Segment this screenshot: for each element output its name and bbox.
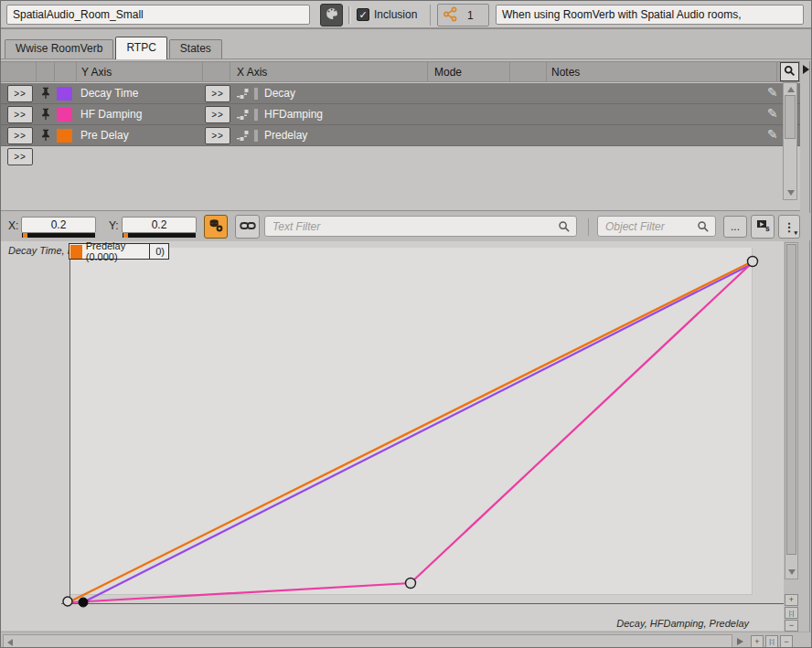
- drag-handle: [254, 88, 258, 100]
- expand-y-button[interactable]: >>: [7, 127, 33, 144]
- bottom-bar: + |:| −: [1, 632, 812, 648]
- y-coordinate-input[interactable]: [122, 217, 197, 233]
- edit-notes-icon[interactable]: ✎: [767, 127, 778, 142]
- add-rtpc-button[interactable]: >>: [7, 148, 33, 165]
- scroll-down-icon[interactable]: [788, 569, 796, 575]
- edit-notes-icon[interactable]: ✎: [767, 85, 778, 100]
- rtpc-editor-window: ✓ Inclusion 1 Wwise RoomVerb RTPC States: [0, 0, 812, 648]
- column-header-x-axis[interactable]: X Axis: [237, 66, 267, 79]
- rtpc-curves-canvas[interactable]: [1, 241, 784, 631]
- x-coordinate-label: X:: [8, 219, 18, 232]
- column-header-y-axis[interactable]: Y Axis: [81, 66, 112, 79]
- x-axis-param: Decay: [264, 87, 295, 100]
- window-edge-line: [809, 61, 810, 648]
- expand-x-button[interactable]: >>: [205, 106, 230, 123]
- drag-handle: [254, 130, 258, 142]
- graph-horizontal-scrollbar[interactable]: [3, 634, 732, 648]
- rtpc-curve-icon: [236, 130, 251, 145]
- inclusion-checkbox[interactable]: ✓: [357, 8, 369, 21]
- rtpc-curve-icon: [236, 88, 251, 103]
- pin-icon[interactable]: [39, 87, 52, 102]
- expand-x-button[interactable]: >>: [205, 127, 230, 144]
- table-row[interactable]: >> Decay Time >> Decay ✎: [1, 83, 800, 104]
- curve-point[interactable]: [79, 598, 88, 607]
- scroll-right-icon[interactable]: [737, 638, 743, 645]
- table-search-button[interactable]: [780, 62, 799, 81]
- expand-y-button[interactable]: >>: [7, 106, 33, 123]
- text-filter-input[interactable]: [265, 217, 576, 236]
- tab-wwise-roomverb[interactable]: Wwise RoomVerb: [5, 39, 113, 58]
- pin-icon[interactable]: [39, 129, 52, 144]
- expand-y-button[interactable]: >>: [7, 85, 33, 102]
- sharesets-button[interactable]: 1: [437, 4, 489, 27]
- more-options-button[interactable]: ...: [723, 216, 747, 238]
- x-axis-param: HFDamping: [264, 108, 323, 121]
- rtpc-curve-icon: [236, 109, 251, 124]
- scrollbar-thumb[interactable]: [785, 95, 796, 139]
- zoom-in-horizontal-button[interactable]: +: [751, 635, 764, 648]
- fit-horizontal-button[interactable]: |:|: [765, 635, 778, 648]
- table-row[interactable]: >> HF Damping >> HFDamping ✎: [1, 104, 800, 125]
- point-tooltip: Predelay (0.000): [69, 243, 150, 260]
- top-bar: ✓ Inclusion 1: [1, 1, 811, 29]
- zoom-out-horizontal-button[interactable]: −: [780, 635, 793, 648]
- inclusion-label: Inclusion: [374, 8, 417, 21]
- rtpc-table: Y Axis X Axis Mode Notes >> Decay Time >…: [1, 61, 800, 210]
- scrollbar-thumb[interactable]: [786, 244, 796, 555]
- x-slider-marker: [23, 233, 27, 238]
- notes-input[interactable]: [496, 5, 804, 25]
- edit-notes-icon[interactable]: ✎: [767, 106, 778, 121]
- color-palette-button[interactable]: [320, 4, 343, 27]
- show-all-curves-toggle[interactable]: [204, 215, 228, 239]
- text-filter-field: [264, 216, 577, 237]
- view-selector-button[interactable]: s: [751, 215, 775, 239]
- table-header: Y Axis X Axis Mode Notes: [1, 62, 800, 82]
- zoom-in-vertical-button[interactable]: +: [785, 594, 798, 606]
- tooltip-color-swatch: [70, 245, 82, 259]
- y-axis-param: Decay Time: [80, 87, 138, 100]
- table-row[interactable]: >> Pre Delay >> Predelay ✎: [1, 125, 800, 146]
- y-slider[interactable]: [123, 233, 196, 238]
- y-slider-marker: [123, 233, 128, 238]
- pin-icon[interactable]: [39, 108, 52, 123]
- chain-link-icon: [240, 220, 256, 234]
- curve-graph[interactable]: Decay Time, HF 0) Predelay (0.000) Decay…: [1, 241, 784, 631]
- x-coordinate-input[interactable]: [21, 217, 96, 233]
- column-header-notes[interactable]: Notes: [551, 66, 580, 79]
- object-filter-field: [597, 216, 716, 237]
- share-count: 1: [467, 9, 474, 22]
- scroll-left-icon[interactable]: [7, 639, 13, 646]
- splitter-grip[interactable]: [348, 6, 351, 24]
- tab-rtpc[interactable]: RTPC: [115, 37, 166, 59]
- x-slider[interactable]: [22, 233, 95, 238]
- curve-color-swatch: [57, 108, 72, 122]
- tooltip-label: Predelay (0.000): [86, 240, 149, 262]
- tooltip-clipped-text: 0): [155, 246, 165, 257]
- curve-point[interactable]: [406, 579, 416, 589]
- palette-icon: [325, 6, 339, 24]
- drag-handle: [254, 109, 258, 121]
- object-name-input[interactable]: [6, 5, 310, 25]
- zoom-out-vertical-button[interactable]: −: [785, 620, 798, 632]
- curve-point[interactable]: [748, 257, 758, 267]
- caret-down-icon: ▾: [794, 229, 797, 237]
- table-scrollbar[interactable]: [783, 82, 797, 200]
- y-axis-param: HF Damping: [80, 108, 142, 121]
- tab-states[interactable]: States: [169, 39, 222, 58]
- svg-text:s: s: [765, 224, 770, 233]
- toolbar-divider: [588, 218, 589, 236]
- expand-x-button[interactable]: >>: [205, 85, 230, 102]
- scroll-up-icon[interactable]: [787, 87, 795, 92]
- column-header-mode[interactable]: Mode: [434, 66, 462, 79]
- graph-vertical-scrollbar[interactable]: [785, 242, 798, 579]
- curve-point[interactable]: [63, 597, 72, 606]
- curve-color-swatch: [57, 87, 72, 101]
- fit-vertical-button[interactable]: |:|: [785, 607, 798, 619]
- tab-strip: Wwise RoomVerb RTPC States: [1, 31, 811, 59]
- scroll-down-icon[interactable]: [787, 190, 795, 196]
- link-button[interactable]: [235, 215, 260, 239]
- menu-button[interactable]: ⋮ ▾: [778, 215, 800, 239]
- topbar-divider: [430, 5, 431, 26]
- panel-expand-icon[interactable]: [803, 65, 809, 74]
- search-icon: [784, 65, 796, 80]
